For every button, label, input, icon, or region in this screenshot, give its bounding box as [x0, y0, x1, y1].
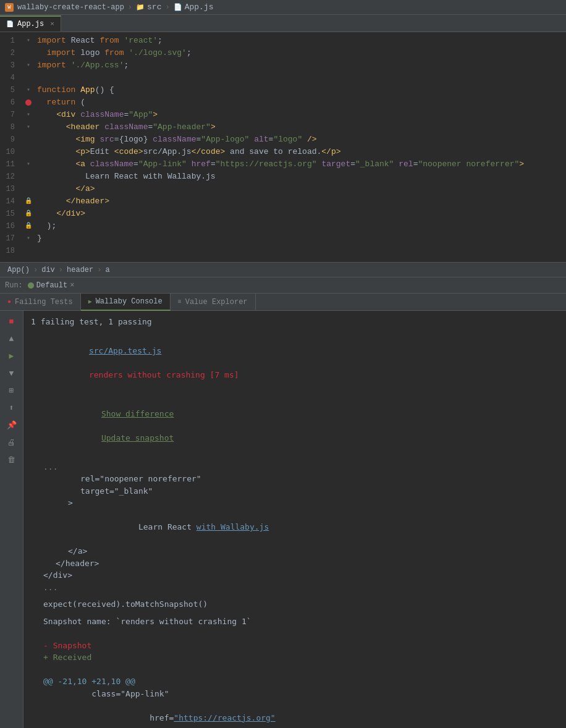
lock-icon-14: 🔒 — [25, 195, 32, 208]
title-bar: W wallaby-create-react-app › 📁 src › 📄 A… — [0, 0, 566, 15]
fold-icon-11[interactable]: ▾ — [27, 158, 30, 171]
gutter-11: ▾ — [22, 158, 35, 171]
line-content-13: </a> — [35, 183, 566, 195]
wallaby-link[interactable]: with Wallaby.js — [196, 522, 269, 531]
gutter-15: 🔒 — [22, 208, 35, 220]
breadcrumb-a[interactable]: a — [105, 266, 109, 274]
gt-line: > — [31, 497, 559, 509]
gutter-18 — [22, 245, 35, 257]
tab-value-explorer[interactable]: ≡ Value Explorer — [171, 294, 256, 311]
breadcrumb-app[interactable]: App() — [7, 266, 30, 274]
gutter-14: 🔒 — [22, 195, 35, 208]
diff-header-line: @@ -21,10 +21,10 @@ — [31, 675, 559, 688]
grid-btn[interactable]: ⊞ — [5, 384, 19, 397]
fold-icon-5[interactable]: ▾ — [27, 84, 30, 96]
line-content-14: </header> — [35, 195, 566, 208]
main-area: 1 ▾ import React from 'react'; 2 import … — [0, 32, 566, 728]
line-num-3: 3 — [0, 59, 22, 72]
run-profile[interactable]: Default × — [28, 281, 75, 290]
up-btn[interactable]: ▲ — [5, 332, 19, 345]
tab-failing-tests[interactable]: ● Failing Tests — [0, 294, 81, 311]
down-btn[interactable]: ▼ — [5, 366, 19, 380]
close-div-line: </div> — [31, 569, 559, 582]
gutter-10 — [22, 146, 35, 158]
folder-icon: 📁 — [136, 3, 145, 11]
bottom-panel: Run: Default × ● Failing Tests ▶ Wallaby… — [0, 277, 566, 728]
line-num-10: 10 — [0, 146, 22, 158]
breadcrumb-sep-2: › — [165, 3, 169, 12]
file-item: 📄 App.js — [174, 2, 214, 12]
action-spacer — [101, 421, 116, 430]
code-line-12: 12 Learn React with Wallaby.js — [0, 171, 566, 183]
gutter-6 — [22, 96, 35, 109]
code-line-4: 4 — [0, 72, 566, 84]
line-num-5: 5 — [0, 84, 22, 96]
fold-icon-17[interactable]: ▾ — [27, 232, 30, 245]
code-line-5: 5 ▾ function App() { — [0, 84, 566, 96]
src-folder: 📁 src — [136, 2, 161, 12]
delete-btn[interactable]: 🗑 — [5, 453, 19, 467]
profile-label: Default — [36, 281, 67, 290]
line-num-12: 12 — [0, 171, 22, 183]
update-snapshot-link[interactable]: Update snapshot — [101, 433, 174, 442]
line-content-2: import logo from './logo.svg'; — [35, 47, 566, 59]
pin-btn[interactable]: 📌 — [5, 418, 19, 432]
failing-tests-label: Failing Tests — [15, 298, 73, 307]
gutter-1: ▾ — [22, 35, 35, 47]
code-line-2: 2 import logo from './logo.svg'; — [0, 47, 566, 59]
actions-line: Show difference Update snapshot — [31, 396, 559, 456]
line-num-7: 7 — [0, 109, 22, 121]
breadcrumb-bar: App() › div › header › a — [0, 262, 566, 277]
line-content-11: <a className="App-link" href="https://re… — [35, 158, 566, 171]
fold-icon-3[interactable]: ▾ — [27, 59, 30, 72]
play-btn[interactable]: ▶ — [5, 349, 19, 363]
fold-icon-1[interactable]: ▾ — [27, 35, 30, 47]
code-line-3: 3 ▾ import './App.css'; — [0, 59, 566, 72]
tab-label: App.js — [17, 20, 44, 28]
breadcrumb-header[interactable]: header — [67, 266, 93, 274]
value-explorer-label: Value Explorer — [185, 298, 248, 307]
expect-line: expect(received).toMatchSnapshot() — [31, 598, 559, 611]
close-header-line: </header> — [31, 557, 559, 570]
line-num-9: 9 — [0, 133, 22, 146]
tab-close-icon[interactable]: × — [50, 20, 54, 28]
tab-appjs[interactable]: 📄 App.js × — [0, 15, 61, 32]
gutter-3: ▾ — [22, 59, 35, 72]
file-label: App.js — [185, 2, 214, 12]
gutter-9 — [22, 133, 35, 146]
run-close-btn[interactable]: × — [70, 281, 74, 290]
line-content-10: <p>Edit <code>src/App.js</code> and save… — [35, 146, 566, 158]
minus-snapshot-line: - Snapshot — [31, 640, 559, 652]
run-bar: Run: Default × — [0, 277, 566, 294]
line-content-4 — [35, 72, 566, 84]
export-btn[interactable]: ⬆ — [5, 401, 19, 415]
editor-container: 1 ▾ import React from 'react'; 2 import … — [0, 32, 566, 728]
tab-bar: 📄 App.js × — [0, 15, 566, 32]
diff-href-url[interactable]: "https://reactjs.org" — [174, 713, 275, 722]
breadcrumb-div[interactable]: div — [41, 266, 55, 274]
profile-dot — [28, 282, 34, 289]
gutter-5: ▾ — [22, 84, 35, 96]
ellipsis-1: ... — [31, 461, 559, 473]
code-line-15: 15 🔒 </div> — [0, 208, 566, 220]
gutter-7: ▾ — [22, 109, 35, 121]
line-content-8: <header className="App-header"> — [35, 121, 566, 133]
line-content-17: } — [35, 232, 566, 245]
fold-icon-7[interactable]: ▾ — [27, 109, 30, 121]
panel-toolbar: ■ ▲ ▶ ▼ ⊞ ⬆ 📌 🖨 🗑 — [0, 311, 23, 728]
line-num-2: 2 — [0, 47, 22, 59]
line-content-7: <div className="App"> — [35, 109, 566, 121]
test-file-link[interactable]: src/App.test.js — [89, 346, 161, 355]
gutter-2 — [22, 47, 35, 59]
breadcrumb-sep-1: › — [128, 3, 132, 12]
tab-wallaby-console[interactable]: ▶ Wallaby Console — [81, 294, 171, 311]
code-editor: 1 ▾ import React from 'react'; 2 import … — [0, 32, 566, 262]
bc-sep-1: › — [33, 266, 38, 274]
fold-icon-8[interactable]: ▾ — [27, 121, 30, 133]
code-line-6: 6 return ( — [0, 96, 566, 109]
stop-btn[interactable]: ■ — [5, 315, 19, 328]
tab-file-icon: 📄 — [6, 20, 14, 28]
src-label: src — [147, 2, 161, 12]
print-btn[interactable]: 🖨 — [5, 436, 19, 449]
show-diff-link[interactable]: Show difference — [101, 409, 174, 418]
